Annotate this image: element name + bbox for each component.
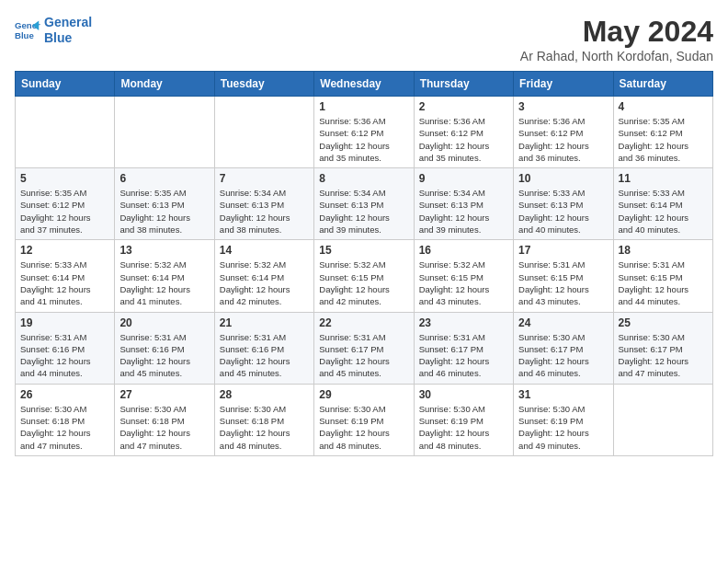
day-number: 11 xyxy=(619,172,708,185)
calendar-cell: 12Sunrise: 5:33 AM Sunset: 6:14 PM Dayli… xyxy=(16,240,115,312)
col-header-friday: Friday xyxy=(514,72,613,97)
calendar-cell: 5Sunrise: 5:35 AM Sunset: 6:12 PM Daylig… xyxy=(16,168,115,240)
calendar-cell xyxy=(613,384,712,455)
day-number: 10 xyxy=(518,172,608,185)
day-info: Sunrise: 5:31 AM Sunset: 6:17 PM Dayligh… xyxy=(319,331,408,380)
day-info: Sunrise: 5:34 AM Sunset: 6:13 PM Dayligh… xyxy=(419,187,508,236)
calendar-cell: 29Sunrise: 5:30 AM Sunset: 6:19 PM Dayli… xyxy=(314,384,414,455)
day-number: 27 xyxy=(119,388,209,401)
day-info: Sunrise: 5:30 AM Sunset: 6:19 PM Dayligh… xyxy=(419,403,508,452)
day-info: Sunrise: 5:33 AM Sunset: 6:14 PM Dayligh… xyxy=(619,187,708,236)
calendar-cell: 11Sunrise: 5:33 AM Sunset: 6:14 PM Dayli… xyxy=(613,168,712,240)
day-number: 1 xyxy=(319,100,408,113)
day-info: Sunrise: 5:36 AM Sunset: 6:12 PM Dayligh… xyxy=(419,115,508,164)
day-number: 20 xyxy=(119,316,209,329)
calendar-cell: 25Sunrise: 5:30 AM Sunset: 6:17 PM Dayli… xyxy=(613,312,712,384)
calendar-cell: 21Sunrise: 5:31 AM Sunset: 6:16 PM Dayli… xyxy=(214,312,313,384)
calendar-cell: 7Sunrise: 5:34 AM Sunset: 6:13 PM Daylig… xyxy=(214,168,313,240)
calendar-cell: 26Sunrise: 5:30 AM Sunset: 6:18 PM Dayli… xyxy=(16,384,115,455)
day-number: 3 xyxy=(518,100,608,113)
location: Ar Rahad, North Kordofan, Sudan xyxy=(520,49,713,63)
day-number: 14 xyxy=(220,244,309,257)
calendar: SundayMondayTuesdayWednesdayThursdayFrid… xyxy=(15,71,713,456)
day-number: 29 xyxy=(319,388,408,401)
col-header-sunday: Sunday xyxy=(16,72,115,97)
calendar-cell: 20Sunrise: 5:31 AM Sunset: 6:16 PM Dayli… xyxy=(115,312,214,384)
day-info: Sunrise: 5:31 AM Sunset: 6:16 PM Dayligh… xyxy=(119,331,209,380)
calendar-week-row: 19Sunrise: 5:31 AM Sunset: 6:16 PM Dayli… xyxy=(16,312,713,384)
day-number: 30 xyxy=(419,388,508,401)
day-info: Sunrise: 5:30 AM Sunset: 6:18 PM Dayligh… xyxy=(220,403,309,452)
logo: General Blue GeneralBlue xyxy=(15,15,92,46)
calendar-cell: 30Sunrise: 5:30 AM Sunset: 6:19 PM Dayli… xyxy=(414,384,513,455)
calendar-cell: 4Sunrise: 5:35 AM Sunset: 6:12 PM Daylig… xyxy=(613,97,712,168)
col-header-thursday: Thursday xyxy=(414,72,513,97)
day-info: Sunrise: 5:36 AM Sunset: 6:12 PM Dayligh… xyxy=(319,115,408,164)
calendar-cell: 9Sunrise: 5:34 AM Sunset: 6:13 PM Daylig… xyxy=(414,168,513,240)
calendar-cell: 17Sunrise: 5:31 AM Sunset: 6:15 PM Dayli… xyxy=(514,240,613,312)
day-number: 31 xyxy=(518,388,608,401)
day-info: Sunrise: 5:30 AM Sunset: 6:18 PM Dayligh… xyxy=(20,403,109,452)
day-number: 9 xyxy=(419,172,508,185)
day-info: Sunrise: 5:33 AM Sunset: 6:13 PM Dayligh… xyxy=(518,187,608,236)
calendar-cell: 31Sunrise: 5:30 AM Sunset: 6:19 PM Dayli… xyxy=(514,384,613,455)
day-info: Sunrise: 5:32 AM Sunset: 6:15 PM Dayligh… xyxy=(419,259,508,307)
day-info: Sunrise: 5:30 AM Sunset: 6:17 PM Dayligh… xyxy=(518,331,608,380)
day-number: 22 xyxy=(319,316,408,329)
calendar-week-row: 12Sunrise: 5:33 AM Sunset: 6:14 PM Dayli… xyxy=(16,240,713,312)
day-number: 8 xyxy=(319,172,408,185)
day-number: 5 xyxy=(20,172,109,185)
day-number: 7 xyxy=(220,172,309,185)
day-info: Sunrise: 5:31 AM Sunset: 6:15 PM Dayligh… xyxy=(518,259,608,307)
day-number: 15 xyxy=(319,244,408,257)
col-header-wednesday: Wednesday xyxy=(314,72,414,97)
logo-text: GeneralBlue xyxy=(44,15,92,46)
day-info: Sunrise: 5:35 AM Sunset: 6:13 PM Dayligh… xyxy=(119,187,209,236)
col-header-tuesday: Tuesday xyxy=(214,72,313,97)
day-number: 28 xyxy=(220,388,309,401)
calendar-cell: 14Sunrise: 5:32 AM Sunset: 6:14 PM Dayli… xyxy=(214,240,313,312)
page-header: General Blue GeneralBlue May 2024 Ar Rah… xyxy=(15,15,713,63)
day-number: 12 xyxy=(20,244,109,257)
title-block: May 2024 Ar Rahad, North Kordofan, Sudan xyxy=(520,15,713,63)
day-number: 23 xyxy=(419,316,508,329)
calendar-cell: 28Sunrise: 5:30 AM Sunset: 6:18 PM Dayli… xyxy=(214,384,313,455)
day-info: Sunrise: 5:30 AM Sunset: 6:18 PM Dayligh… xyxy=(119,403,209,452)
day-number: 17 xyxy=(518,244,608,257)
day-number: 25 xyxy=(619,316,708,329)
calendar-cell: 16Sunrise: 5:32 AM Sunset: 6:15 PM Dayli… xyxy=(414,240,513,312)
day-info: Sunrise: 5:32 AM Sunset: 6:14 PM Dayligh… xyxy=(220,259,309,307)
day-number: 19 xyxy=(20,316,109,329)
calendar-cell: 27Sunrise: 5:30 AM Sunset: 6:18 PM Dayli… xyxy=(115,384,214,455)
calendar-header-row: SundayMondayTuesdayWednesdayThursdayFrid… xyxy=(16,72,713,97)
day-number: 21 xyxy=(220,316,309,329)
month-title: May 2024 xyxy=(520,15,713,49)
calendar-cell: 24Sunrise: 5:30 AM Sunset: 6:17 PM Dayli… xyxy=(514,312,613,384)
day-number: 24 xyxy=(518,316,608,329)
calendar-week-row: 1Sunrise: 5:36 AM Sunset: 6:12 PM Daylig… xyxy=(16,97,713,168)
day-number: 18 xyxy=(619,244,708,257)
logo-icon: General Blue xyxy=(15,17,40,43)
day-info: Sunrise: 5:34 AM Sunset: 6:13 PM Dayligh… xyxy=(220,187,309,236)
calendar-cell: 13Sunrise: 5:32 AM Sunset: 6:14 PM Dayli… xyxy=(115,240,214,312)
day-info: Sunrise: 5:30 AM Sunset: 6:19 PM Dayligh… xyxy=(319,403,408,452)
calendar-cell: 10Sunrise: 5:33 AM Sunset: 6:13 PM Dayli… xyxy=(514,168,613,240)
calendar-cell xyxy=(115,97,214,168)
calendar-week-row: 5Sunrise: 5:35 AM Sunset: 6:12 PM Daylig… xyxy=(16,168,713,240)
calendar-cell: 2Sunrise: 5:36 AM Sunset: 6:12 PM Daylig… xyxy=(414,97,513,168)
day-number: 26 xyxy=(20,388,109,401)
day-info: Sunrise: 5:32 AM Sunset: 6:15 PM Dayligh… xyxy=(319,259,408,307)
day-number: 2 xyxy=(419,100,508,113)
calendar-cell: 23Sunrise: 5:31 AM Sunset: 6:17 PM Dayli… xyxy=(414,312,513,384)
day-number: 16 xyxy=(419,244,508,257)
calendar-week-row: 26Sunrise: 5:30 AM Sunset: 6:18 PM Dayli… xyxy=(16,384,713,455)
svg-text:Blue: Blue xyxy=(15,30,34,40)
calendar-cell: 8Sunrise: 5:34 AM Sunset: 6:13 PM Daylig… xyxy=(314,168,414,240)
calendar-cell: 3Sunrise: 5:36 AM Sunset: 6:12 PM Daylig… xyxy=(514,97,613,168)
calendar-cell: 15Sunrise: 5:32 AM Sunset: 6:15 PM Dayli… xyxy=(314,240,414,312)
calendar-cell: 22Sunrise: 5:31 AM Sunset: 6:17 PM Dayli… xyxy=(314,312,414,384)
day-info: Sunrise: 5:34 AM Sunset: 6:13 PM Dayligh… xyxy=(319,187,408,236)
col-header-saturday: Saturday xyxy=(613,72,712,97)
calendar-cell: 19Sunrise: 5:31 AM Sunset: 6:16 PM Dayli… xyxy=(16,312,115,384)
day-info: Sunrise: 5:35 AM Sunset: 6:12 PM Dayligh… xyxy=(619,115,708,164)
